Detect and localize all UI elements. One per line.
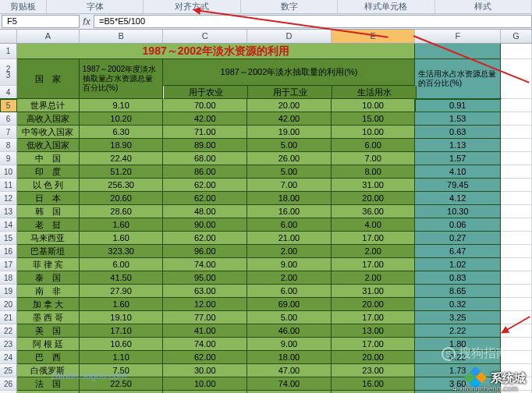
cell[interactable]: 6.00 — [247, 285, 332, 298]
cell[interactable]: 62.00 — [163, 192, 247, 205]
cell[interactable]: 6.30 — [80, 126, 164, 139]
cell[interactable]: 18.00 — [247, 351, 332, 364]
row-header[interactable]: 21 — [0, 311, 17, 324]
cell[interactable]: 17.00 — [332, 258, 416, 271]
cell[interactable]: 20.00 — [332, 298, 416, 311]
cell[interactable]: 18.90 — [80, 139, 164, 152]
cell[interactable]: 13.00 — [332, 324, 416, 338]
cell-country[interactable]: 高收入国家 — [17, 112, 80, 126]
cell[interactable]: 10.20 — [80, 112, 164, 126]
cell[interactable]: 17.00 — [332, 311, 416, 324]
cell[interactable]: 256.30 — [80, 179, 164, 192]
cell[interactable]: 46.00 — [247, 324, 332, 338]
cell[interactable]: 63.00 — [163, 285, 247, 298]
row-header[interactable]: 19 — [0, 285, 17, 298]
cell-result[interactable]: 4.12 — [415, 192, 501, 205]
cell[interactable]: 20.00 — [332, 351, 416, 364]
cell-country[interactable]: 阿 根 廷 — [17, 338, 80, 351]
row-header[interactable]: 18 — [0, 271, 17, 285]
cell-country[interactable]: 老 挝 — [17, 218, 80, 232]
cell-country[interactable]: 巴基斯坦 — [17, 245, 80, 258]
cell[interactable]: 16.00 — [332, 377, 416, 391]
cell[interactable]: 9.00 — [247, 338, 332, 351]
cell[interactable]: 6.00 — [80, 258, 164, 271]
cell[interactable]: 71.00 — [163, 126, 247, 139]
cell[interactable]: 31.00 — [332, 285, 416, 298]
cell-result[interactable]: 8.65 — [415, 285, 501, 298]
row-header[interactable]: 16 — [0, 245, 17, 258]
cell-result[interactable]: 10.30 — [415, 205, 501, 218]
select-all[interactable] — [0, 30, 17, 43]
cell[interactable]: 28.60 — [80, 205, 164, 218]
cell[interactable] — [501, 112, 532, 126]
cell[interactable]: 17.00 — [332, 232, 416, 245]
cell[interactable] — [501, 165, 532, 179]
cell[interactable] — [501, 44, 532, 59]
cell[interactable]: 323.30 — [80, 245, 164, 258]
row-header[interactable]: 20 — [0, 298, 17, 311]
cell[interactable]: 90.00 — [163, 218, 247, 232]
row-header[interactable]: 22 — [0, 324, 17, 338]
cell[interactable]: 5.00 — [247, 311, 332, 324]
cell-result[interactable]: 1.02 — [415, 258, 501, 271]
cell-country[interactable]: 中 国 — [17, 152, 80, 165]
cell-result[interactable]: 4.10 — [415, 165, 501, 179]
header-d[interactable]: 用于工业 — [248, 86, 332, 99]
row-header[interactable]: 26 — [0, 377, 17, 391]
cell[interactable]: 8.00 — [332, 165, 416, 179]
cell[interactable]: 15.00 — [332, 112, 416, 126]
cell-result[interactable]: 3.25 — [415, 311, 501, 324]
cell-country[interactable]: 泰 国 — [17, 271, 80, 285]
cell[interactable]: 10.00 — [332, 126, 416, 139]
cell[interactable] — [501, 99, 532, 112]
row-header[interactable]: 17 — [0, 258, 17, 271]
cell[interactable]: 6.00 — [247, 218, 332, 232]
cell[interactable]: 62.00 — [163, 232, 247, 245]
cell[interactable]: 23.00 — [332, 364, 416, 377]
cell[interactable]: 70.00 — [163, 99, 247, 112]
cell-country[interactable]: 日 本 — [17, 192, 80, 205]
cell[interactable]: 30.00 — [163, 364, 247, 377]
cell[interactable] — [501, 218, 532, 232]
header-cde[interactable]: 1987～2002年淡水抽取量的利用(%) — [163, 59, 415, 86]
cell[interactable]: 77.00 — [163, 311, 247, 324]
cell[interactable]: 1.60 — [80, 218, 164, 232]
cell-result[interactable]: 0.27 — [415, 232, 501, 245]
cell-country[interactable]: 菲 律 宾 — [17, 258, 80, 271]
cell[interactable]: 74.00 — [163, 338, 247, 351]
cell[interactable]: 22.40 — [80, 152, 164, 165]
cell[interactable] — [415, 44, 501, 59]
cell[interactable]: 17.00 — [332, 338, 416, 351]
cell[interactable]: 20.60 — [80, 192, 164, 205]
cell-country[interactable]: 南 非 — [17, 285, 80, 298]
cell-country[interactable]: 巴 西 — [17, 351, 80, 364]
cell[interactable]: 1.60 — [80, 298, 164, 311]
cell[interactable]: 74.00 — [163, 258, 247, 271]
row-header[interactable]: 7 — [0, 126, 17, 139]
cell-country[interactable]: 加 拿 大 — [17, 298, 80, 311]
cell-country[interactable]: 以 色 列 — [17, 179, 80, 192]
row-header[interactable]: 8 — [0, 139, 17, 152]
cell[interactable]: 74.00 — [247, 377, 332, 391]
cell[interactable] — [501, 192, 532, 205]
col-header[interactable]: D — [247, 30, 332, 43]
cell[interactable]: 68.00 — [163, 152, 247, 165]
cell[interactable]: 41.50 — [80, 271, 164, 285]
cell[interactable]: 36.00 — [332, 205, 416, 218]
cell[interactable] — [501, 205, 532, 218]
cell-country[interactable]: 美 国 — [17, 324, 80, 338]
row-header[interactable]: 12 — [0, 192, 17, 205]
cell-country[interactable]: 马来西亚 — [17, 232, 80, 245]
cell[interactable]: 2.00 — [247, 271, 332, 285]
cell[interactable]: 10.60 — [80, 338, 164, 351]
ribbon-cellstyle[interactable]: 样式单元格 — [338, 0, 434, 13]
cell[interactable]: 21.00 — [247, 232, 332, 245]
cell[interactable] — [501, 298, 532, 311]
cell[interactable]: 2.00 — [247, 245, 332, 258]
row-header[interactable]: 14 — [0, 218, 17, 232]
cell-country[interactable]: 世界总计 — [17, 99, 80, 112]
row-header[interactable]: 10 — [0, 165, 17, 179]
cell-result[interactable]: 0.91 — [415, 99, 501, 112]
cell[interactable]: 20.00 — [247, 99, 332, 112]
cell[interactable]: 16.00 — [247, 205, 332, 218]
